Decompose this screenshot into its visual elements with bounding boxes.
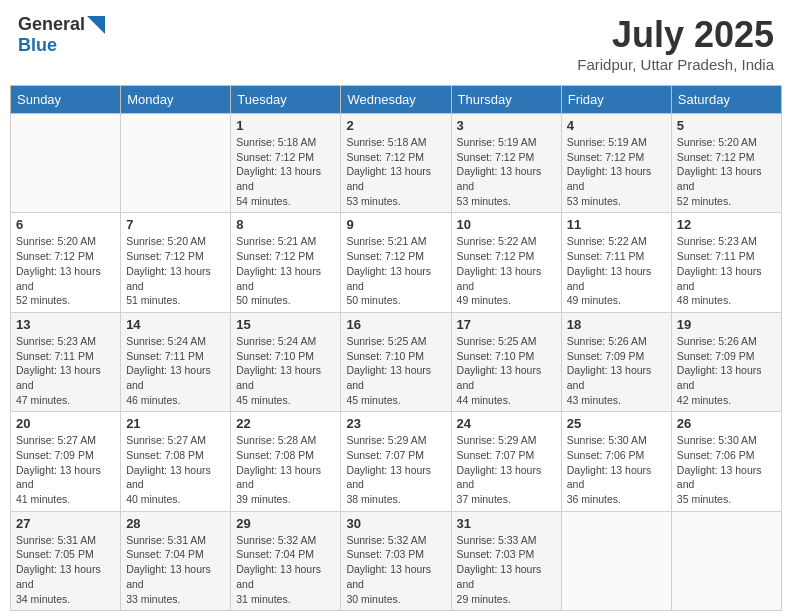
daylight-text: Daylight: 13 hours and40 minutes. (126, 464, 211, 505)
day-number: 12 (677, 217, 776, 232)
day-info: Sunrise: 5:30 AMSunset: 7:06 PMDaylight:… (567, 433, 666, 506)
daylight-text: Daylight: 13 hours and37 minutes. (457, 464, 542, 505)
calendar-cell: 21Sunrise: 5:27 AMSunset: 7:08 PMDayligh… (121, 412, 231, 511)
sunrise-text: Sunrise: 5:25 AM (457, 335, 537, 347)
day-info: Sunrise: 5:23 AMSunset: 7:11 PMDaylight:… (677, 234, 776, 307)
logo-general-text: General (18, 14, 85, 35)
sunset-text: Sunset: 7:12 PM (236, 151, 314, 163)
daylight-text: Daylight: 13 hours and43 minutes. (567, 364, 652, 405)
day-info: Sunrise: 5:28 AMSunset: 7:08 PMDaylight:… (236, 433, 335, 506)
calendar-cell (561, 511, 671, 610)
calendar-cell: 2Sunrise: 5:18 AMSunset: 7:12 PMDaylight… (341, 114, 451, 213)
daylight-text: Daylight: 13 hours and49 minutes. (567, 265, 652, 306)
sunset-text: Sunset: 7:04 PM (126, 548, 204, 560)
sunset-text: Sunset: 7:09 PM (16, 449, 94, 461)
sunrise-text: Sunrise: 5:27 AM (126, 434, 206, 446)
calendar-cell: 4Sunrise: 5:19 AMSunset: 7:12 PMDaylight… (561, 114, 671, 213)
sunset-text: Sunset: 7:12 PM (346, 250, 424, 262)
calendar-cell: 5Sunrise: 5:20 AMSunset: 7:12 PMDaylight… (671, 114, 781, 213)
day-info: Sunrise: 5:26 AMSunset: 7:09 PMDaylight:… (677, 334, 776, 407)
daylight-text: Daylight: 13 hours and44 minutes. (457, 364, 542, 405)
logo-blue-text: Blue (18, 35, 57, 55)
day-number: 14 (126, 317, 225, 332)
day-info: Sunrise: 5:18 AMSunset: 7:12 PMDaylight:… (346, 135, 445, 208)
sunset-text: Sunset: 7:05 PM (16, 548, 94, 560)
col-friday: Friday (561, 86, 671, 114)
calendar-cell: 23Sunrise: 5:29 AMSunset: 7:07 PMDayligh… (341, 412, 451, 511)
day-info: Sunrise: 5:26 AMSunset: 7:09 PMDaylight:… (567, 334, 666, 407)
sunrise-text: Sunrise: 5:26 AM (677, 335, 757, 347)
day-info: Sunrise: 5:19 AMSunset: 7:12 PMDaylight:… (457, 135, 556, 208)
col-wednesday: Wednesday (341, 86, 451, 114)
day-number: 9 (346, 217, 445, 232)
sunrise-text: Sunrise: 5:21 AM (346, 235, 426, 247)
day-info: Sunrise: 5:30 AMSunset: 7:06 PMDaylight:… (677, 433, 776, 506)
day-info: Sunrise: 5:22 AMSunset: 7:11 PMDaylight:… (567, 234, 666, 307)
calendar-week-row: 20Sunrise: 5:27 AMSunset: 7:09 PMDayligh… (11, 412, 782, 511)
day-number: 16 (346, 317, 445, 332)
day-info: Sunrise: 5:31 AMSunset: 7:05 PMDaylight:… (16, 533, 115, 606)
day-info: Sunrise: 5:31 AMSunset: 7:04 PMDaylight:… (126, 533, 225, 606)
sunset-text: Sunset: 7:04 PM (236, 548, 314, 560)
day-number: 10 (457, 217, 556, 232)
calendar-cell: 1Sunrise: 5:18 AMSunset: 7:12 PMDaylight… (231, 114, 341, 213)
day-info: Sunrise: 5:25 AMSunset: 7:10 PMDaylight:… (457, 334, 556, 407)
day-number: 7 (126, 217, 225, 232)
calendar-cell (121, 114, 231, 213)
sunrise-text: Sunrise: 5:22 AM (457, 235, 537, 247)
daylight-text: Daylight: 13 hours and30 minutes. (346, 563, 431, 604)
sunset-text: Sunset: 7:12 PM (457, 151, 535, 163)
day-info: Sunrise: 5:18 AMSunset: 7:12 PMDaylight:… (236, 135, 335, 208)
sunset-text: Sunset: 7:12 PM (346, 151, 424, 163)
day-number: 31 (457, 516, 556, 531)
calendar-cell: 10Sunrise: 5:22 AMSunset: 7:12 PMDayligh… (451, 213, 561, 312)
daylight-text: Daylight: 13 hours and48 minutes. (677, 265, 762, 306)
calendar-cell: 9Sunrise: 5:21 AMSunset: 7:12 PMDaylight… (341, 213, 451, 312)
daylight-text: Daylight: 13 hours and42 minutes. (677, 364, 762, 405)
sunset-text: Sunset: 7:03 PM (346, 548, 424, 560)
sunrise-text: Sunrise: 5:21 AM (236, 235, 316, 247)
calendar-cell: 7Sunrise: 5:20 AMSunset: 7:12 PMDaylight… (121, 213, 231, 312)
sunrise-text: Sunrise: 5:18 AM (236, 136, 316, 148)
daylight-text: Daylight: 13 hours and36 minutes. (567, 464, 652, 505)
daylight-text: Daylight: 13 hours and35 minutes. (677, 464, 762, 505)
calendar-cell: 8Sunrise: 5:21 AMSunset: 7:12 PMDaylight… (231, 213, 341, 312)
day-number: 26 (677, 416, 776, 431)
sunset-text: Sunset: 7:03 PM (457, 548, 535, 560)
day-info: Sunrise: 5:32 AMSunset: 7:04 PMDaylight:… (236, 533, 335, 606)
sunset-text: Sunset: 7:12 PM (16, 250, 94, 262)
sunset-text: Sunset: 7:11 PM (567, 250, 645, 262)
calendar-cell: 17Sunrise: 5:25 AMSunset: 7:10 PMDayligh… (451, 312, 561, 411)
daylight-text: Daylight: 13 hours and38 minutes. (346, 464, 431, 505)
calendar-cell: 20Sunrise: 5:27 AMSunset: 7:09 PMDayligh… (11, 412, 121, 511)
calendar-cell: 16Sunrise: 5:25 AMSunset: 7:10 PMDayligh… (341, 312, 451, 411)
day-info: Sunrise: 5:23 AMSunset: 7:11 PMDaylight:… (16, 334, 115, 407)
calendar-cell (671, 511, 781, 610)
day-number: 20 (16, 416, 115, 431)
page-container: General Blue July 2025 Faridpur, Uttar P… (10, 10, 782, 611)
sunset-text: Sunset: 7:06 PM (677, 449, 755, 461)
calendar-cell: 19Sunrise: 5:26 AMSunset: 7:09 PMDayligh… (671, 312, 781, 411)
sunset-text: Sunset: 7:07 PM (346, 449, 424, 461)
daylight-text: Daylight: 13 hours and29 minutes. (457, 563, 542, 604)
day-info: Sunrise: 5:20 AMSunset: 7:12 PMDaylight:… (126, 234, 225, 307)
day-info: Sunrise: 5:21 AMSunset: 7:12 PMDaylight:… (236, 234, 335, 307)
calendar-cell: 28Sunrise: 5:31 AMSunset: 7:04 PMDayligh… (121, 511, 231, 610)
sunset-text: Sunset: 7:12 PM (677, 151, 755, 163)
day-number: 21 (126, 416, 225, 431)
daylight-text: Daylight: 13 hours and31 minutes. (236, 563, 321, 604)
sunrise-text: Sunrise: 5:31 AM (126, 534, 206, 546)
day-info: Sunrise: 5:19 AMSunset: 7:12 PMDaylight:… (567, 135, 666, 208)
daylight-text: Daylight: 13 hours and51 minutes. (126, 265, 211, 306)
day-number: 15 (236, 317, 335, 332)
calendar-cell: 29Sunrise: 5:32 AMSunset: 7:04 PMDayligh… (231, 511, 341, 610)
sunset-text: Sunset: 7:11 PM (677, 250, 755, 262)
day-number: 22 (236, 416, 335, 431)
calendar-week-row: 27Sunrise: 5:31 AMSunset: 7:05 PMDayligh… (11, 511, 782, 610)
sunrise-text: Sunrise: 5:28 AM (236, 434, 316, 446)
col-tuesday: Tuesday (231, 86, 341, 114)
sunset-text: Sunset: 7:12 PM (126, 250, 204, 262)
calendar-cell: 22Sunrise: 5:28 AMSunset: 7:08 PMDayligh… (231, 412, 341, 511)
day-number: 5 (677, 118, 776, 133)
sunrise-text: Sunrise: 5:19 AM (567, 136, 647, 148)
